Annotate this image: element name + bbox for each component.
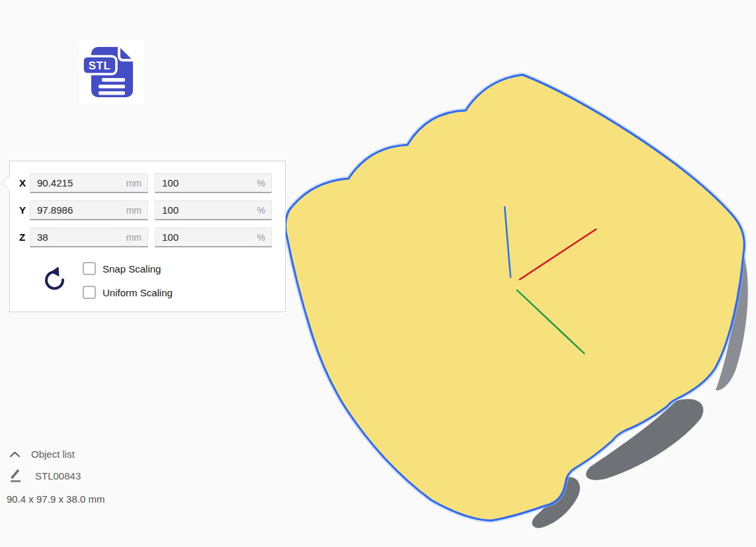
y-percent-unit: % — [257, 205, 265, 216]
y-size-field: mm — [30, 200, 148, 220]
stl-badge-label: STL — [89, 60, 111, 72]
panel-pointer — [2, 176, 10, 190]
object-list-item[interactable]: STL00843 — [9, 468, 81, 483]
snap-scaling-checkbox-row[interactable]: Snap Scaling — [83, 261, 161, 276]
scale-row-x: X mm % — [10, 173, 285, 193]
object-list-header[interactable]: Object list — [9, 448, 75, 460]
stl-file-thumbnail[interactable]: STL — [79, 40, 144, 105]
uniform-scaling-checkbox[interactable] — [83, 286, 96, 299]
x-percent-input[interactable] — [155, 174, 271, 192]
z-percent-input[interactable] — [155, 228, 271, 246]
cura-viewport: STL X mm % Y mm — [0, 0, 756, 547]
x-percent-field: % — [155, 173, 272, 193]
x-size-field: mm — [30, 173, 148, 193]
stl-file-icon: STL — [82, 42, 142, 103]
snap-scaling-checkbox[interactable] — [83, 262, 96, 275]
chevron-up-icon — [9, 451, 21, 458]
z-percent-field: % — [155, 228, 272, 247]
axis-x-label: X — [19, 177, 26, 189]
reset-scale-button[interactable] — [40, 267, 67, 295]
pencil-icon — [9, 468, 22, 483]
x-size-unit: mm — [126, 178, 142, 189]
snap-scaling-label: Snap Scaling — [103, 263, 161, 274]
scale-tool-panel: X mm % Y mm % Z mm — [9, 161, 286, 312]
axis-y-label: Y — [19, 204, 26, 216]
object-name: STL00843 — [35, 470, 81, 482]
reset-icon — [40, 267, 67, 295]
object-list-title: Object list — [31, 448, 75, 460]
y-percent-field: % — [155, 200, 272, 220]
uniform-scaling-checkbox-row[interactable]: Uniform Scaling — [83, 285, 173, 300]
z-percent-unit: % — [257, 232, 265, 243]
z-size-field: mm — [30, 228, 148, 247]
y-percent-input[interactable] — [155, 201, 271, 219]
object-dimensions: 90.4 x 97.9 x 38.0 mm — [7, 493, 105, 505]
z-size-unit: mm — [126, 232, 142, 243]
y-size-unit: mm — [126, 205, 142, 216]
axis-z-label: Z — [19, 231, 25, 243]
scale-row-y: Y mm % — [10, 200, 285, 220]
uniform-scaling-label: Uniform Scaling — [103, 287, 173, 298]
scale-row-z: Z mm % — [10, 228, 285, 247]
x-percent-unit: % — [257, 178, 265, 189]
